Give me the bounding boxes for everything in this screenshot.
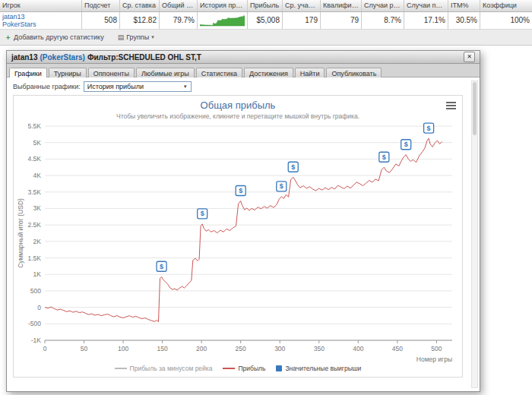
svg-text:1K: 1K bbox=[33, 270, 42, 278]
scrollbar-thumb[interactable] bbox=[473, 82, 477, 135]
significant-win-marker[interactable]: $ bbox=[157, 261, 166, 271]
chart-title: Общая прибыль bbox=[14, 100, 462, 111]
roi-cell: 79.7% bbox=[160, 12, 198, 29]
significant-win-marker[interactable]: $ bbox=[379, 152, 389, 162]
svg-text:$: $ bbox=[427, 125, 431, 132]
column-header[interactable]: Коэффици bbox=[480, 0, 532, 11]
dialog-content: Выбранные графики: История прибыли ▼ Общ… bbox=[7, 77, 480, 391]
site-link[interactable]: PokerStars bbox=[2, 21, 79, 28]
svg-text:$: $ bbox=[404, 141, 408, 148]
svg-text:0: 0 bbox=[37, 304, 41, 311]
significant-win-marker[interactable]: $ bbox=[198, 209, 207, 219]
legend-item[interactable]: Прибыль bbox=[223, 365, 265, 372]
svg-text:5.5K: 5.5K bbox=[28, 122, 42, 130]
column-header[interactable]: История прибы bbox=[198, 0, 248, 11]
svg-text:3.5K: 3.5K bbox=[28, 188, 42, 196]
column-header[interactable]: Общий ROI bbox=[160, 0, 198, 11]
chart-subtitle: Чтобы увеличить изображение, кликните и … bbox=[14, 112, 462, 120]
column-header[interactable]: ITM% bbox=[448, 0, 480, 11]
groups-button[interactable]: ▤ Группы ▾ bbox=[118, 33, 154, 41]
count-cell: 508 bbox=[82, 12, 120, 29]
svg-text:$: $ bbox=[280, 182, 283, 190]
svg-text:250: 250 bbox=[236, 345, 246, 352]
svg-text:$: $ bbox=[239, 187, 242, 194]
chart-container: Общая прибыль Чтобы увеличить изображени… bbox=[13, 95, 463, 378]
svg-text:Суммарный итог (USD): Суммарный итог (USD) bbox=[17, 198, 24, 268]
table-row[interactable]: jatan13 PokerStars 508 $12.82 79.7% $5,0… bbox=[0, 12, 532, 30]
svg-text:$: $ bbox=[382, 153, 386, 161]
significant-win-marker[interactable]: $ bbox=[401, 140, 411, 150]
dialog-titlebar[interactable]: jatan13 (PokerStars) Фильтр:SCHEDULED OH… bbox=[7, 51, 480, 64]
plus-icon: ＋ bbox=[5, 33, 11, 43]
late-cell: 17.1% bbox=[404, 12, 448, 29]
profit-sparkline bbox=[200, 14, 245, 27]
avg-stake-cell: $12.82 bbox=[120, 12, 160, 29]
close-icon[interactable]: ✕ bbox=[464, 52, 475, 62]
svg-text:500: 500 bbox=[431, 345, 442, 352]
svg-text:$: $ bbox=[160, 263, 163, 270]
groups-grid-icon: ▤ bbox=[118, 33, 125, 41]
player-stats-table: ИгрокПодсчетСр. ставкаОбщий ROIИстория п… bbox=[0, 0, 532, 30]
dialog-title-player: jatan13 bbox=[11, 53, 37, 62]
svg-text:400: 400 bbox=[353, 345, 363, 352]
svg-text:100: 100 bbox=[118, 345, 128, 352]
itm-cell: 30.5% bbox=[448, 12, 480, 29]
chart-select-row: Выбранные графики: История прибыли ▼ bbox=[13, 81, 473, 92]
column-header[interactable]: Случаи раннего bbox=[362, 0, 404, 11]
svg-text:4K: 4K bbox=[33, 172, 42, 179]
svg-text:2K: 2K bbox=[33, 238, 42, 245]
dialog-title-site: (PokerStars) bbox=[40, 53, 84, 62]
svg-text:200: 200 bbox=[196, 345, 207, 352]
column-header[interactable]: Прибыль bbox=[248, 0, 283, 11]
select-caret-icon: ▼ bbox=[183, 84, 188, 89]
svg-text:150: 150 bbox=[157, 345, 168, 352]
add-statistic-label: Добавить другую статистику bbox=[14, 33, 104, 41]
groups-label: Группы bbox=[126, 33, 149, 41]
chart-select-value: История прибыли bbox=[87, 83, 144, 90]
column-header[interactable]: Ср. ставка bbox=[120, 0, 160, 11]
player-link[interactable]: jatan13 bbox=[2, 13, 79, 21]
svg-text:300: 300 bbox=[274, 345, 285, 352]
dialog-scrollbar[interactable] bbox=[471, 81, 478, 388]
column-header[interactable]: Подсчет bbox=[82, 0, 120, 11]
svg-text:450: 450 bbox=[392, 345, 403, 352]
svg-text:1.5K: 1.5K bbox=[28, 254, 42, 262]
significant-win-marker[interactable]: $ bbox=[288, 162, 298, 172]
player-dialog: jatan13 (PokerStars) Фильтр:SCHEDULED OH… bbox=[6, 50, 480, 392]
dialog-tabbar: ГрафикиТурнирыОппонентыЛюбимые игрыСтати… bbox=[7, 64, 480, 77]
svg-text:500: 500 bbox=[30, 287, 41, 295]
legend-item[interactable]: Значительные выигрыши bbox=[276, 365, 361, 372]
column-header[interactable]: Ср. участни bbox=[283, 0, 321, 11]
svg-text:$: $ bbox=[291, 163, 295, 171]
significant-win-marker[interactable]: $ bbox=[424, 123, 434, 133]
dialog-title-filter: Фильтр:SCHEDULED OHL ST,T bbox=[87, 53, 201, 62]
svg-text:0: 0 bbox=[43, 345, 47, 352]
chart-menu-icon[interactable] bbox=[446, 100, 456, 111]
significant-win-marker[interactable]: $ bbox=[277, 182, 287, 191]
svg-text:4.5K: 4.5K bbox=[28, 155, 42, 163]
profit-chart[interactable]: 5.5K5K4.5K4K3.5K3K2.5K2K1.5K1K5000-500-1… bbox=[14, 122, 461, 366]
legend-swatch-icon bbox=[115, 368, 127, 369]
qualify-cell: 79 bbox=[321, 12, 362, 29]
chart-select-label: Выбранные графики: bbox=[13, 83, 81, 90]
legend-swatch-icon bbox=[276, 365, 282, 371]
player-cell: jatan13 PokerStars bbox=[0, 12, 82, 29]
profit-history-cell bbox=[198, 12, 248, 29]
early-cell: 8.7% bbox=[362, 12, 404, 29]
svg-text:5K: 5K bbox=[33, 139, 42, 147]
add-statistic-button[interactable]: ＋ Добавить другую статистику bbox=[5, 33, 104, 43]
svg-text:$: $ bbox=[201, 210, 204, 217]
chart-legend: Прибыль за минусом рейкаПрибыльЗначитель… bbox=[14, 365, 462, 372]
table-header-row: ИгрокПодсчетСр. ставкаОбщий ROIИстория п… bbox=[0, 0, 532, 12]
column-header[interactable]: Игрок bbox=[0, 0, 82, 11]
legend-swatch-icon bbox=[223, 368, 235, 369]
column-header[interactable]: Квалификаци bbox=[321, 0, 362, 11]
coefficient-cell: 100% bbox=[480, 12, 532, 29]
chart-select[interactable]: История прибыли ▼ bbox=[84, 81, 192, 92]
svg-text:3K: 3K bbox=[33, 204, 42, 212]
toolbar: ＋ Добавить другую статистику ▤ Группы ▾ bbox=[0, 30, 532, 46]
significant-win-marker[interactable]: $ bbox=[236, 185, 245, 195]
legend-item[interactable]: Прибыль за минусом рейка bbox=[115, 365, 213, 372]
column-header[interactable]: Случаи позднего bbox=[404, 0, 448, 11]
svg-text:Номер игры: Номер игры bbox=[416, 356, 452, 363]
